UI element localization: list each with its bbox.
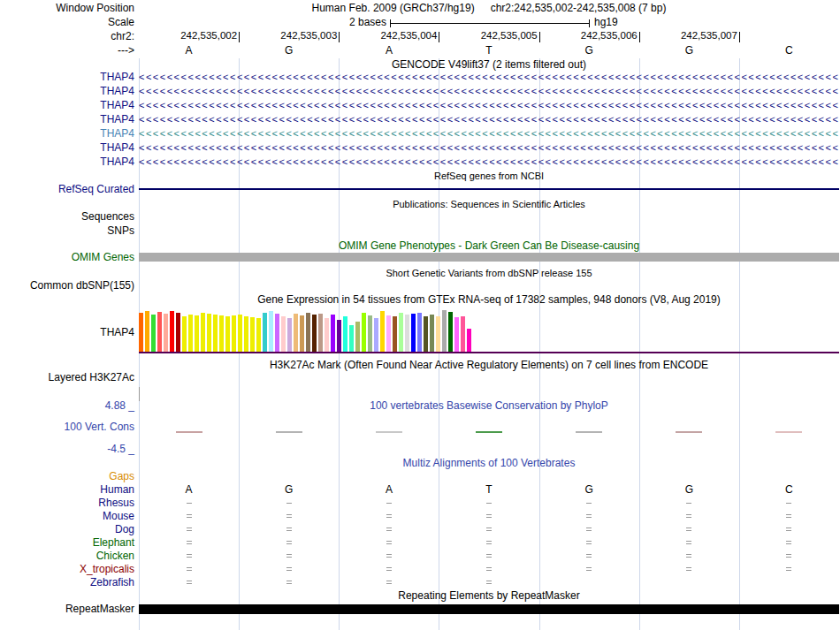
alignment-gap-mark xyxy=(586,541,592,542)
alignment-gap-mark xyxy=(486,517,492,518)
alignment-gap-mark xyxy=(486,581,492,581)
repeatmasker-track-title: Repeating Elements by RepeatMasker xyxy=(139,589,839,602)
alignment-gap-mark xyxy=(786,554,791,555)
alignment-gap-mark xyxy=(386,517,392,518)
alignment-gap-mark xyxy=(486,567,492,568)
alignment-gap-mark xyxy=(686,557,691,558)
alignment-gap-mark xyxy=(486,530,492,531)
alignment-gap-mark xyxy=(187,567,192,568)
alignment-gap-mark xyxy=(486,543,492,544)
species-label[interactable]: Human xyxy=(0,483,134,496)
alignment-gap-mark xyxy=(187,503,192,504)
species-label[interactable]: Elephant xyxy=(0,536,134,549)
alignment-gap-mark xyxy=(686,514,691,515)
alignment-gap-mark xyxy=(187,517,192,518)
species-label[interactable]: X_tropicalis xyxy=(0,563,134,575)
repeatmasker-label[interactable]: RepeatMasker xyxy=(0,603,134,615)
alignment-gap-mark xyxy=(286,583,292,584)
alignment-gap-mark xyxy=(386,503,392,504)
alignment-base-letter: T xyxy=(485,483,492,496)
species-label[interactable]: Mouse xyxy=(0,510,134,522)
alignment-gap-mark xyxy=(686,503,691,504)
alignment-gap-mark xyxy=(286,517,292,518)
alignment-gap-mark xyxy=(686,541,691,542)
alignment-gap-mark xyxy=(386,514,392,515)
alignment-gap-mark xyxy=(786,503,791,504)
alignment-gap-mark xyxy=(586,514,592,515)
species-label[interactable]: Chicken xyxy=(0,550,134,562)
alignment-gap-mark xyxy=(486,541,492,542)
alignment-gap-mark xyxy=(586,567,592,568)
alignment-base-letter: A xyxy=(386,483,393,496)
alignment-gap-mark xyxy=(187,528,192,528)
alignment-gap-mark xyxy=(286,503,292,504)
alignment-gap-mark xyxy=(586,517,592,518)
alignment-gap-mark xyxy=(187,543,192,544)
repeatmasker-item[interactable] xyxy=(139,604,839,614)
alignment-gap-mark xyxy=(786,543,791,544)
alignment-gap-mark xyxy=(686,543,691,544)
alignment-gap-mark xyxy=(286,528,292,528)
species-label[interactable]: Dog xyxy=(0,523,134,535)
alignment-gap-mark xyxy=(486,514,492,515)
alignment-gap-mark xyxy=(786,557,791,558)
alignment-gap-mark xyxy=(486,503,492,504)
species-label[interactable]: Zebrafish xyxy=(0,576,134,588)
alignment-gap-mark xyxy=(386,541,392,542)
alignment-gap-mark xyxy=(586,543,592,544)
alignment-gap-mark xyxy=(686,528,691,528)
alignment-gap-mark xyxy=(386,543,392,544)
alignment-gap-mark xyxy=(187,554,192,555)
alignment-gap-mark xyxy=(286,567,292,568)
alignment-gap-mark xyxy=(586,557,592,558)
alignment-gap-mark xyxy=(187,541,192,542)
species-label[interactable]: Rhesus xyxy=(0,497,134,509)
alignment-gap-mark xyxy=(686,567,691,568)
alignment-gap-mark xyxy=(386,581,392,581)
multiz-species-rows: HumanAGATGGCRhesusMouseDogElephantChicke… xyxy=(0,0,840,630)
alignment-gap-mark xyxy=(786,528,791,528)
alignment-gap-mark xyxy=(386,557,392,558)
alignment-gap-mark xyxy=(286,554,292,555)
alignment-gap-mark xyxy=(686,517,691,518)
alignment-base-letter: A xyxy=(186,483,193,496)
alignment-gap-mark xyxy=(786,514,791,515)
alignment-gap-mark xyxy=(486,557,492,558)
alignment-gap-mark xyxy=(286,557,292,558)
alignment-gap-mark xyxy=(286,543,292,544)
alignment-gap-mark xyxy=(486,583,492,584)
alignment-gap-mark xyxy=(286,514,292,515)
alignment-gap-mark xyxy=(286,541,292,542)
alignment-base-letter: G xyxy=(685,483,693,496)
alignment-gap-mark xyxy=(586,554,592,555)
genome-browser-view: Window Position Human Feb. 2009 (GRCh37/… xyxy=(0,0,840,630)
alignment-gap-mark xyxy=(686,554,691,555)
alignment-gap-mark xyxy=(786,517,791,518)
alignment-base-letter: G xyxy=(584,483,592,496)
alignment-gap-mark xyxy=(586,503,592,504)
alignment-gap-mark xyxy=(286,581,292,581)
alignment-gap-mark xyxy=(486,528,492,528)
alignment-gap-mark xyxy=(386,583,392,584)
alignment-gap-mark xyxy=(386,570,392,571)
alignment-gap-mark xyxy=(187,557,192,558)
alignment-gap-mark xyxy=(586,530,592,531)
alignment-gap-mark xyxy=(386,567,392,568)
alignment-gap-mark xyxy=(786,567,791,568)
alignment-gap-mark xyxy=(786,570,791,571)
alignment-gap-mark xyxy=(786,530,791,531)
alignment-gap-mark xyxy=(187,583,192,584)
alignment-gap-mark xyxy=(187,514,192,515)
alignment-gap-mark xyxy=(686,530,691,531)
alignment-gap-mark xyxy=(586,570,592,571)
alignment-gap-mark xyxy=(786,541,791,542)
alignment-gap-mark xyxy=(386,530,392,531)
alignment-gap-mark xyxy=(187,570,192,571)
alignment-base-letter: C xyxy=(785,483,793,496)
alignment-gap-mark xyxy=(187,581,192,581)
alignment-base-letter: G xyxy=(285,483,293,496)
alignment-gap-mark xyxy=(486,554,492,555)
alignment-gap-mark xyxy=(386,554,392,555)
alignment-gap-mark xyxy=(386,528,392,528)
alignment-gap-mark xyxy=(486,570,492,571)
